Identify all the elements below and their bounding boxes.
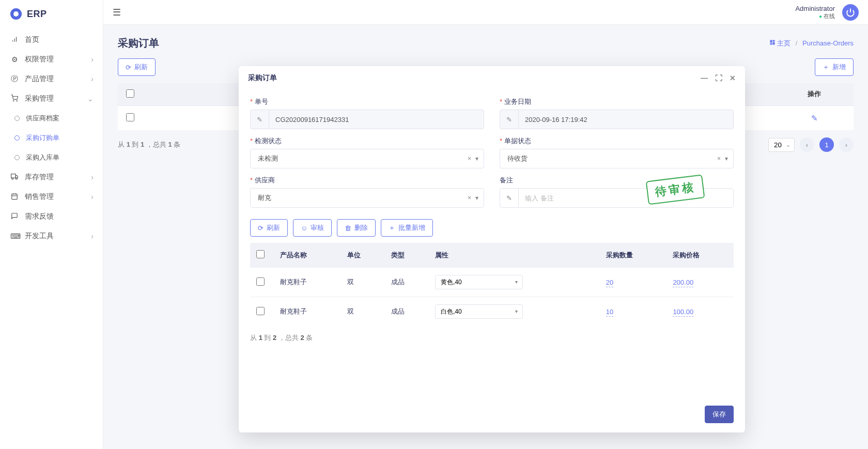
item-checkbox[interactable]: [256, 277, 265, 286]
cell-type: 成品: [385, 297, 429, 327]
label-biz-date: *业务日期: [500, 97, 734, 106]
plus-icon: ＋: [823, 63, 829, 72]
pencil-icon[interactable]: ✎: [500, 189, 519, 207]
pencil-icon[interactable]: ✎: [251, 110, 269, 129]
nav-stock[interactable]: 库存管理: [0, 167, 103, 187]
page-title: 采购订单: [118, 36, 159, 50]
svg-marker-6: [16, 175, 18, 178]
power-button[interactable]: [842, 4, 859, 21]
th-unit: 单位: [341, 243, 385, 268]
attr-select[interactable]: 黄色,40: [435, 275, 523, 289]
order-no-input[interactable]: [269, 110, 484, 129]
breadcrumb: 主页 / Purchase-Orders: [769, 39, 854, 48]
bar-chart-icon: [10, 36, 19, 44]
circle-icon: [14, 116, 20, 121]
select-all-checkbox[interactable]: [126, 89, 134, 98]
modal-delete-button[interactable]: 🗑删除: [337, 219, 376, 237]
nav-purchase-in[interactable]: 采购入库单: [0, 148, 103, 167]
modal-items-table: 产品名称 单位 类型 属性 采购数量 采购价格 耐克鞋子: [250, 243, 734, 326]
keyboard-icon: ⌨: [10, 232, 19, 240]
nav-label: 首页: [25, 35, 39, 44]
pencil-icon[interactable]: ✎: [500, 110, 519, 129]
attr-select[interactable]: 白色,40: [435, 304, 523, 319]
nav-feedback[interactable]: 需求反馈: [0, 207, 103, 226]
nav-purchase-order[interactable]: 采购订购单: [0, 128, 103, 148]
biz-date-input[interactable]: [519, 110, 733, 129]
chat-icon: [10, 212, 19, 221]
cell-name: 耐克鞋子: [274, 268, 341, 297]
trash-icon: 🗑: [345, 224, 351, 232]
chevron-down-icon[interactable]: ▾: [725, 155, 728, 162]
brand-logo-icon: [10, 8, 22, 20]
user-info[interactable]: Administrator ● 在线: [795, 5, 835, 20]
svg-point-3: [13, 100, 14, 101]
item-checkbox[interactable]: [256, 307, 265, 315]
minimize-icon[interactable]: —: [701, 74, 708, 82]
label-order-no: *单号: [250, 97, 484, 106]
nav-devtools[interactable]: ⌨ 开发工具: [0, 226, 103, 246]
nav-permission[interactable]: ⚙ 权限管理: [0, 50, 103, 69]
plus-icon: ＋: [389, 223, 395, 233]
cell-unit: 双: [341, 268, 385, 297]
modal-refresh-button[interactable]: ⟳刷新: [250, 219, 288, 237]
nav-label: 权限管理: [25, 55, 54, 64]
user-status: ● 在线: [795, 12, 835, 20]
menu-toggle-icon[interactable]: ☰: [113, 7, 121, 18]
page-number-button[interactable]: 1: [819, 137, 834, 152]
svg-rect-9: [12, 194, 18, 199]
svg-point-4: [17, 100, 17, 101]
calendar-icon: [10, 193, 19, 202]
cell-unit: 双: [341, 297, 385, 327]
clear-icon[interactable]: ×: [468, 155, 471, 162]
sidebar: ERP 首页 ⚙ 权限管理 Ⓟ 产品管理 采购管理: [0, 0, 103, 449]
chevron-down-icon[interactable]: ▾: [475, 194, 478, 202]
row-checkbox[interactable]: [126, 113, 134, 121]
doc-status-select[interactable]: 待收货 ×▾: [500, 149, 734, 168]
page-size-select[interactable]: 20: [768, 138, 795, 152]
refresh-button[interactable]: ⟳ 刷新: [118, 58, 156, 76]
nav-purchase[interactable]: 采购管理: [0, 89, 103, 109]
table-summary: 从 1 到 1 ，总共 1 条: [118, 140, 180, 149]
cell-qty[interactable]: 20: [606, 278, 613, 287]
breadcrumb-home[interactable]: 主页: [777, 39, 791, 47]
check-status-select[interactable]: 未检测 ×▾: [250, 149, 484, 168]
truck-icon: [10, 173, 19, 182]
clear-icon[interactable]: ×: [468, 194, 471, 202]
nav-supplier-archive[interactable]: 供应商档案: [0, 109, 103, 128]
refresh-icon: ⟳: [258, 224, 264, 232]
th-attr: 属性: [429, 243, 600, 268]
close-icon[interactable]: ✕: [730, 74, 736, 82]
supplier-select[interactable]: 耐克 ×▾: [250, 188, 484, 208]
add-button[interactable]: ＋ 新增: [815, 58, 854, 76]
nav-label: 产品管理: [25, 74, 54, 84]
cell-qty[interactable]: 10: [606, 308, 613, 317]
nav-label: 销售管理: [25, 192, 54, 202]
main-nav: 首页 ⚙ 权限管理 Ⓟ 产品管理 采购管理 供应商档案: [0, 30, 103, 246]
items-select-all[interactable]: [256, 250, 265, 258]
next-page-button[interactable]: ›: [839, 137, 854, 152]
letter-p-icon: Ⓟ: [10, 74, 19, 84]
chevron-down-icon[interactable]: ▾: [475, 155, 478, 162]
edit-icon[interactable]: ✎: [811, 114, 818, 122]
circle-icon: [14, 135, 20, 141]
circle-icon: [14, 155, 20, 160]
cell-price[interactable]: 200.00: [673, 278, 693, 287]
save-button[interactable]: 保存: [705, 406, 734, 423]
modal-audit-button[interactable]: ☺审核: [293, 219, 332, 237]
nav-sub-label: 采购订购单: [26, 133, 59, 143]
breadcrumb-current[interactable]: Purchase-Orders: [802, 39, 854, 47]
prev-page-button[interactable]: ‹: [800, 137, 814, 152]
item-row: 耐克鞋子 双 成品 黄色,40 20 200.00: [250, 268, 734, 297]
maximize-icon[interactable]: ⛶: [715, 74, 722, 82]
nav-sales[interactable]: 销售管理: [0, 187, 103, 207]
cell-price[interactable]: 100.00: [673, 308, 693, 317]
nav-product[interactable]: Ⓟ 产品管理: [0, 69, 103, 89]
nav-home[interactable]: 首页: [0, 30, 103, 50]
clear-icon[interactable]: ×: [717, 155, 721, 162]
modal-batch-add-button[interactable]: ＋批量新增: [381, 219, 433, 237]
item-row: 耐克鞋子 双 成品 白色,40 10 100.00: [250, 297, 734, 327]
svg-point-8: [16, 178, 17, 179]
online-dot-icon: ●: [819, 13, 822, 19]
refresh-icon: ⟳: [126, 64, 131, 71]
nav-label: 库存管理: [25, 173, 54, 182]
